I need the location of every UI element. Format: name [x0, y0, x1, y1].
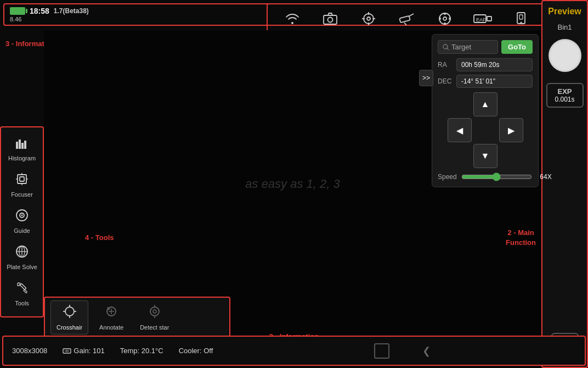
- speed-slider[interactable]: [461, 172, 532, 181]
- android-nav: ❮: [228, 343, 576, 359]
- svg-rect-27: [16, 142, 18, 149]
- histogram-icon: [15, 137, 29, 153]
- svg-rect-28: [19, 140, 21, 149]
- goto-button[interactable]: GoTo: [501, 40, 533, 54]
- collapse-button[interactable]: >>: [419, 70, 433, 86]
- gain-value: Gain: 101: [74, 347, 104, 355]
- menu-bar: EAF i: [267, 3, 585, 34]
- svg-point-55: [150, 307, 159, 316]
- time-display: 18:58: [30, 7, 49, 15]
- dpad-right-button[interactable]: ▶: [499, 118, 523, 142]
- tools-bar: Crosshair Annotate Detect star: [44, 297, 230, 338]
- target-search-input[interactable]: Target: [438, 40, 498, 54]
- ra-label: RA: [438, 61, 453, 69]
- status-bar: 3008x3008 Gain: 101 Temp: 20.1°C Cooler:…: [2, 336, 586, 366]
- svg-point-2: [364, 14, 374, 24]
- sidebar-item-plate-solve[interactable]: Plate Solve: [1, 239, 43, 276]
- preview-label: Preview: [548, 7, 581, 16]
- dec-label: DEC: [438, 77, 453, 85]
- cooler-display: Cooler: Off: [179, 347, 213, 355]
- camera-icon[interactable]: [320, 9, 340, 29]
- dec-value: -14° 51' 01": [456, 75, 533, 88]
- detect-star-icon: [148, 304, 162, 322]
- temp-display: Temp: 20.1°C: [120, 347, 163, 355]
- gain-status: Gain: 101: [63, 347, 104, 355]
- version-display: 1.7(Beta38): [54, 7, 89, 15]
- sidebar-item-guide[interactable]: Guide: [1, 203, 43, 239]
- goto-panel: Target GoTo RA 00h 59m 20s DEC -14° 51' …: [432, 34, 539, 187]
- sidebar-label-plate-solve: Plate Solve: [7, 264, 37, 270]
- tools-icon: [15, 281, 29, 298]
- svg-point-14: [444, 23, 446, 25]
- svg-rect-19: [487, 16, 491, 21]
- svg-line-10: [404, 23, 406, 25]
- svg-point-16: [449, 18, 451, 20]
- svg-rect-32: [20, 177, 24, 181]
- svg-point-47: [65, 307, 74, 316]
- crosshair-label: Crosshair: [56, 324, 82, 331]
- exposure-box[interactable]: EXP 0.001s: [546, 83, 584, 108]
- tool-detect-star[interactable]: Detect star: [134, 301, 174, 334]
- search-placeholder: Target: [451, 43, 471, 51]
- filter-wheel-icon[interactable]: [435, 9, 455, 29]
- tool-crosshair[interactable]: Crosshair: [50, 300, 88, 334]
- gain-display: 8.46: [10, 16, 21, 23]
- guide-icon: [15, 209, 29, 225]
- battery-time: 18:58 1.7(Beta38): [10, 7, 89, 15]
- tool-annotate[interactable]: Annotate: [94, 301, 129, 334]
- tools-label: 4 - Tools: [85, 233, 114, 242]
- svg-point-39: [21, 215, 23, 216]
- svg-point-3: [367, 17, 370, 20]
- dpad-left-button[interactable]: ◀: [448, 118, 472, 142]
- svg-rect-0: [324, 15, 337, 24]
- canvas-watermark: as easy as 1, 2, 3: [245, 177, 340, 191]
- svg-point-22: [520, 21, 522, 23]
- telescope-icon[interactable]: [397, 9, 416, 29]
- svg-rect-21: [519, 15, 523, 19]
- svg-line-9: [409, 14, 414, 16]
- android-home-button[interactable]: [374, 343, 389, 359]
- battery-icon: [10, 7, 25, 15]
- svg-rect-8: [400, 15, 410, 22]
- svg-line-26: [447, 48, 449, 50]
- sidebar-item-histogram[interactable]: Histogram: [1, 132, 43, 167]
- crosshair-icon: [63, 304, 77, 322]
- speed-label: Speed: [438, 173, 457, 181]
- main-function-label: 2 - Main Function: [506, 228, 536, 248]
- sidebar-label-focuser: Focuser: [11, 191, 33, 198]
- right-panel: Preview Bin1 EXP 0.001s: [541, 0, 588, 368]
- bin-label: Bin1: [557, 23, 572, 31]
- svg-rect-31: [18, 175, 26, 183]
- speed-value: 64X: [536, 173, 552, 181]
- plate-solve-icon: [15, 245, 29, 261]
- device-icon[interactable]: [511, 9, 531, 29]
- svg-point-1: [328, 17, 333, 22]
- svg-rect-30: [24, 141, 26, 149]
- left-sidebar: Histogram Focuser Guide: [0, 126, 44, 317]
- sidebar-item-tools[interactable]: Tools: [1, 276, 43, 312]
- ra-value: 00h 59m 20s: [456, 58, 533, 71]
- android-back-button[interactable]: ❮: [422, 345, 431, 357]
- annotate-label: Annotate: [99, 324, 123, 331]
- sidebar-label-guide: Guide: [14, 227, 30, 234]
- goto-icon[interactable]: [359, 9, 378, 29]
- svg-text:EAF: EAF: [476, 17, 486, 23]
- svg-point-15: [439, 18, 441, 20]
- sidebar-item-focuser[interactable]: Focuser: [1, 167, 43, 203]
- svg-point-25: [443, 44, 448, 49]
- annotate-icon: [104, 304, 118, 322]
- dpad-up-button[interactable]: ▲: [473, 92, 497, 116]
- svg-rect-44: [20, 283, 26, 289]
- sidebar-label-tools: Tools: [15, 300, 29, 306]
- eaf-icon[interactable]: EAF: [473, 9, 493, 29]
- sidebar-label-histogram: Histogram: [8, 155, 36, 161]
- exp-label: EXP: [552, 87, 578, 96]
- svg-point-56: [153, 310, 156, 313]
- svg-point-12: [443, 17, 446, 20]
- dpad-down-button[interactable]: ▼: [473, 144, 497, 168]
- resolution-display: 3008x3008: [12, 347, 47, 355]
- focuser-icon: [15, 172, 29, 189]
- wifi-icon[interactable]: [282, 9, 302, 29]
- preview-circle: [549, 39, 581, 72]
- detect-star-label: Detect star: [140, 324, 169, 331]
